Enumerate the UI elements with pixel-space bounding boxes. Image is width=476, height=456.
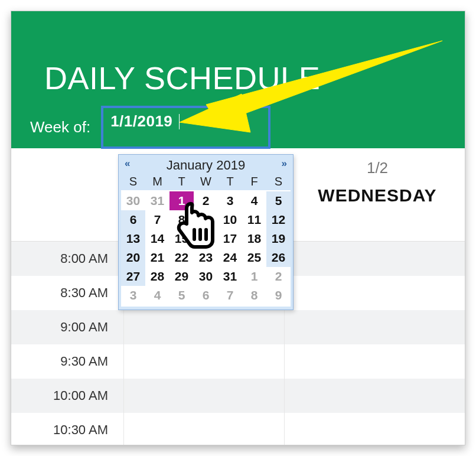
datepicker-month-label[interactable]: January 2019 (167, 158, 245, 173)
datepicker-day[interactable]: 6 (194, 286, 218, 305)
datepicker-day[interactable]: 8 (169, 210, 194, 229)
datepicker-day[interactable]: 13 (121, 229, 145, 248)
schedule-cell[interactable] (284, 413, 465, 445)
datepicker-day[interactable]: 3 (218, 191, 242, 210)
weekday-label: S (266, 175, 291, 188)
datepicker-day[interactable]: 7 (145, 210, 169, 229)
datepicker-day[interactable]: 14 (145, 229, 169, 248)
datepicker-day[interactable]: 24 (218, 248, 242, 267)
datepicker-day[interactable]: 23 (194, 248, 218, 267)
datepicker-day[interactable]: 3 (121, 286, 145, 305)
datepicker-prev-button[interactable]: « (125, 158, 130, 170)
time-row[interactable]: 10:30 AM (11, 413, 465, 445)
weekday-label: W (194, 175, 218, 188)
datepicker-day[interactable]: 11 (242, 210, 266, 229)
datepicker-day[interactable]: 5 (266, 191, 291, 210)
datepicker-day[interactable]: 7 (218, 286, 242, 305)
datepicker-day[interactable]: 25 (242, 248, 266, 267)
schedule-cell[interactable] (284, 379, 465, 413)
datepicker-day[interactable]: 12 (266, 210, 291, 229)
datepicker-day[interactable]: 9 (266, 286, 291, 305)
week-of-date-cell[interactable] (101, 106, 270, 149)
schedule-cell[interactable] (284, 242, 465, 276)
time-row[interactable]: 9:00 AM (11, 310, 465, 344)
text-caret (179, 114, 180, 129)
datepicker-day[interactable]: 15 (169, 229, 194, 248)
datepicker-day[interactable]: 9 (194, 210, 218, 229)
datepicker-day[interactable]: 26 (266, 248, 291, 267)
time-label: 10:00 AM (11, 379, 123, 413)
week-of-label: Week of: (30, 118, 90, 136)
datepicker-day[interactable]: 22 (169, 248, 194, 267)
header-band: DAILY SCHEDULE Week of: (11, 11, 465, 148)
weekday-label: T (169, 175, 194, 188)
schedule-cell[interactable] (123, 413, 284, 445)
datepicker-day[interactable]: 30 (194, 267, 218, 286)
time-label: 10:30 AM (11, 413, 123, 445)
datepicker-day[interactable]: 5 (169, 286, 194, 305)
datepicker-popup[interactable]: « January 2019 » S M T W T F S 303112345… (118, 154, 294, 310)
column-date: 1/2 (289, 159, 465, 177)
datepicker-weekday-row: S M T W T F S (119, 175, 293, 190)
datepicker-day[interactable]: 1 (242, 267, 266, 286)
datepicker-day[interactable]: 2 (266, 267, 291, 286)
datepicker-day[interactable]: 20 (121, 248, 145, 267)
datepicker-body: 3031123456789101112131415161718192021222… (121, 190, 291, 307)
page-title: DAILY SCHEDULE (44, 60, 320, 96)
schedule-cell[interactable] (123, 310, 284, 344)
datepicker-day[interactable]: 17 (218, 229, 242, 248)
schedule-cell[interactable] (284, 276, 465, 310)
weekday-label: F (242, 175, 266, 188)
time-label: 8:00 AM (11, 242, 123, 276)
datepicker-day[interactable]: 6 (121, 210, 145, 229)
datepicker-day[interactable]: 31 (218, 267, 242, 286)
datepicker-day[interactable]: 21 (145, 248, 169, 267)
weekday-label: T (218, 175, 242, 188)
datepicker-day[interactable]: 16 (194, 229, 218, 248)
datepicker-day[interactable]: 30 (121, 191, 145, 210)
time-label: 9:30 AM (11, 344, 123, 379)
schedule-cell[interactable] (284, 310, 465, 344)
datepicker-day[interactable]: 31 (145, 191, 169, 210)
time-row[interactable]: 9:30 AM (11, 344, 465, 379)
weekday-label: M (145, 175, 169, 188)
datepicker-day[interactable]: 8 (242, 286, 266, 305)
week-of-date-input[interactable] (109, 112, 262, 131)
datepicker-day[interactable]: 27 (121, 267, 145, 286)
datepicker-day[interactable]: 2 (194, 191, 218, 210)
schedule-cell[interactable] (123, 379, 284, 413)
datepicker-day[interactable]: 18 (242, 229, 266, 248)
datepicker-day[interactable]: 28 (145, 267, 169, 286)
time-label: 8:30 AM (11, 276, 123, 310)
weekday-label: S (121, 175, 145, 188)
datepicker-day[interactable]: 4 (145, 286, 169, 305)
datepicker-day[interactable]: 10 (218, 210, 242, 229)
schedule-cell[interactable] (123, 344, 284, 379)
datepicker-day-selected[interactable]: 1 (169, 191, 194, 210)
time-label: 9:00 AM (11, 310, 123, 344)
datepicker-day[interactable]: 19 (266, 229, 291, 248)
time-row[interactable]: 10:00 AM (11, 379, 465, 413)
datepicker-day[interactable]: 4 (242, 191, 266, 210)
datepicker-next-button[interactable]: » (282, 158, 287, 170)
schedule-cell[interactable] (284, 344, 465, 379)
column-dayname: WEDNESDAY (289, 185, 465, 206)
datepicker-day[interactable]: 29 (169, 267, 194, 286)
